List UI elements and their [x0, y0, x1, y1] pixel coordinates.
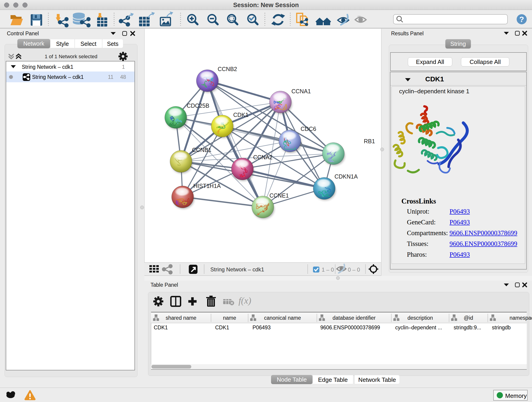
svg-text:HIST1H1A: HIST1H1A	[193, 183, 221, 189]
svg-text:RB1: RB1	[364, 138, 375, 144]
svg-text:CCNA1: CCNA1	[291, 88, 311, 95]
svg-text:CDC6: CDC6	[301, 126, 316, 132]
svg-text:?: ?	[519, 15, 524, 24]
svg-text:CDKN1A: CDKN1A	[335, 173, 358, 180]
svg-text:CCNB2: CCNB2	[218, 66, 237, 72]
svg-text:CDK1: CDK1	[233, 112, 249, 118]
svg-text:CCNB1: CCNB1	[192, 147, 211, 153]
svg-text:CCNA2: CCNA2	[253, 154, 273, 160]
svg-text:CCNE1: CCNE1	[269, 192, 289, 199]
svg-text:CDC25B: CDC25B	[187, 102, 209, 109]
